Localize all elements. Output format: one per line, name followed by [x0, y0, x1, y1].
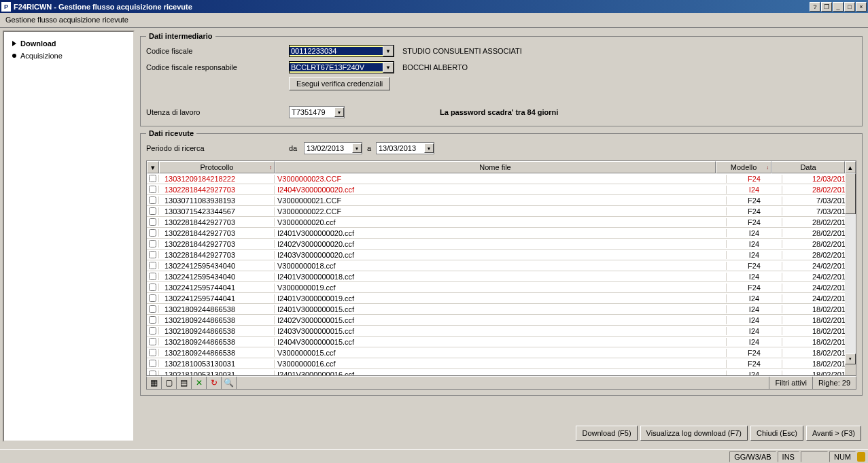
next-button[interactable]: Avanti > (F3) [806, 426, 861, 441]
cell-modello: F24 [727, 196, 782, 205]
table-row[interactable]: 13021810053130031I2401V3000000016.ccfI24… [147, 369, 856, 375]
table-row[interactable]: 13031209184218222V3000000023.CCFF2412/03… [147, 173, 856, 184]
cell-modello: I24 [727, 371, 782, 376]
sidebar-item-acquisizione[interactable]: Acquisizione [7, 50, 131, 62]
row-checkbox[interactable] [149, 196, 156, 204]
row-checkbox[interactable] [149, 327, 156, 335]
help-icon[interactable]: ? [810, 2, 820, 12]
input-date-from[interactable]: 13/02/2013 ▼ [304, 142, 362, 154]
table-row[interactable]: 13022412595744041V3000000019.ccfF2424/02… [147, 282, 856, 293]
table-row[interactable]: 13030715423344567V3000000022.CCFF247/03/… [147, 206, 856, 217]
row-checkbox[interactable] [149, 284, 156, 291]
fieldset-ricevute: Dati ricevute Periodo di ricerca da 13/0… [140, 129, 863, 396]
cell-modello: I24 [727, 305, 782, 313]
select-codice-fiscale[interactable]: 00112233034 ▼ [289, 45, 394, 57]
chevron-down-icon[interactable]: ▼ [383, 46, 394, 56]
barrel-icon [857, 452, 865, 462]
cell-protocollo: 13021809244866538 [159, 316, 275, 324]
verify-credentials-button[interactable]: Esegui verifica credenziali [289, 77, 390, 90]
table-row[interactable]: 13021809244866538V3000000015.ccfF2418/02… [147, 347, 856, 358]
col-nomefile[interactable]: Nome file [275, 161, 716, 173]
status-empty [801, 451, 828, 462]
row-checkbox[interactable] [149, 371, 156, 375]
row-checkbox[interactable] [149, 338, 156, 345]
chevron-down-icon[interactable]: ▼ [334, 107, 344, 117]
cell-nomefile: I2402V3000000015.ccf [275, 316, 727, 324]
chevron-down-icon[interactable]: ▼ [352, 143, 362, 153]
table-row[interactable]: 13021809244866538I2403V3000000015.ccfI24… [147, 326, 856, 337]
menu-bar: Gestione flusso acquisizione ricevute [0, 13, 868, 28]
col-data[interactable]: Data [771, 161, 845, 173]
row-checkbox[interactable] [149, 186, 156, 193]
row-checkbox[interactable] [149, 229, 156, 237]
minimize-icon[interactable]: _ [833, 2, 844, 12]
cell-modello: I24 [727, 327, 782, 335]
table-row[interactable]: 13022412595744041I2401V3000000019.ccfI24… [147, 293, 856, 304]
table-row[interactable]: 13022818442927703I2401V3000000020.ccfI24… [147, 228, 856, 239]
tool-deselect-icon[interactable]: ▢ [162, 377, 177, 389]
input-date-to[interactable]: 13/03/2013 ▼ [376, 142, 434, 154]
chevron-down-icon[interactable]: ▼ [383, 62, 394, 73]
cell-modello: I24 [727, 294, 782, 303]
row-checkbox[interactable] [149, 218, 156, 226]
label-da: da [289, 144, 304, 152]
table-row[interactable]: 13022818442927703V3000000020.ccfF2428/02… [147, 217, 856, 228]
col-protocollo[interactable]: Protocollo ↕ [159, 161, 275, 173]
table-row[interactable]: 13030711083938193V3000000021.CCFF247/03/… [147, 195, 856, 206]
close-icon[interactable]: × [856, 2, 867, 12]
tool-select-all-icon[interactable]: ▦ [147, 377, 162, 389]
cell-modello: I24 [727, 316, 782, 324]
table-row[interactable]: 13022412595434040I2401V3000000018.ccfI24… [147, 271, 856, 282]
table-row[interactable]: 13022818442927703I2404V3000000020.ccfI24… [147, 184, 856, 195]
row-checkbox[interactable] [149, 294, 156, 302]
table-row[interactable]: 13021809244866538I2404V3000000015.ccfI24… [147, 337, 856, 347]
table-row[interactable]: 13022818442927703I2402V3000000020.ccfI24… [147, 239, 856, 250]
sidebar-item-download[interactable]: Download [7, 37, 131, 50]
sidebar-item-label: Acquisizione [20, 52, 63, 60]
cell-protocollo: 13021809244866538 [159, 305, 275, 313]
row-checkbox[interactable] [149, 305, 156, 313]
fieldset-intermediario: Dati intermediario Codice fiscale 001122… [140, 32, 863, 126]
cell-nomefile: V3000000021.CCF [275, 196, 727, 205]
scroll-up-icon[interactable]: ▴ [845, 161, 856, 173]
col-checkbox[interactable]: ▾ [147, 161, 159, 173]
row-checkbox[interactable] [149, 273, 156, 280]
row-checkbox[interactable] [149, 262, 156, 269]
vertical-scrollbar[interactable]: ▾ [845, 173, 856, 375]
cell-protocollo: 13022818442927703 [159, 218, 275, 226]
download-button[interactable]: Download (F5) [576, 426, 637, 441]
tool-refresh-icon[interactable]: ↻ [207, 377, 222, 389]
tool-search-icon[interactable]: 🔍 [222, 377, 237, 389]
row-checkbox[interactable] [149, 175, 156, 182]
chevron-down-icon[interactable]: ▼ [424, 143, 434, 153]
close-button[interactable]: Chiudi (Esc) [750, 426, 803, 441]
table-row[interactable]: 13021809244866538I2401V3000000015.ccfI24… [147, 304, 856, 315]
window-title: F24RICWN - Gestione flusso acquisizione … [14, 3, 810, 11]
label-utenza: Utenza di lavoro [146, 108, 289, 116]
filter-status[interactable]: Filtri attivi [769, 377, 812, 389]
scroll-thumb[interactable] [845, 173, 856, 214]
row-checkbox[interactable] [149, 207, 156, 215]
cell-modello: F24 [727, 175, 782, 183]
input-utenza[interactable]: T7351479 ▼ [289, 106, 345, 118]
cell-nomefile: I2401V3000000015.ccf [275, 305, 727, 313]
row-checkbox[interactable] [149, 240, 156, 247]
grid-toolbar: ▦ ▢ ▤ ✕ ↻ 🔍 Filtri attivi Righe: 29 [146, 376, 856, 390]
row-checkbox[interactable] [149, 316, 156, 324]
tool-grid-icon[interactable]: ▤ [177, 377, 192, 389]
table-row[interactable]: 13021810053130031V3000000016.ccfF2418/02… [147, 358, 856, 369]
table-row[interactable]: 13022818442927703I2403V3000000020.ccfI24… [147, 250, 856, 260]
row-checkbox[interactable] [149, 360, 156, 367]
row-checkbox[interactable] [149, 251, 156, 258]
cell-nomefile: V3000000016.ccf [275, 360, 727, 368]
maximize-icon[interactable]: □ [844, 2, 855, 12]
tool-export-excel-icon[interactable]: ✕ [192, 377, 207, 389]
window-icon[interactable]: ❐ [821, 2, 832, 12]
table-row[interactable]: 13021809244866538I2402V3000000015.ccfI24… [147, 315, 856, 326]
table-row[interactable]: 13022412595434040V3000000018.ccfF2424/02… [147, 260, 856, 271]
viewlog-button[interactable]: Visualizza log download (F7) [640, 426, 748, 441]
col-modello[interactable]: Modello ↓ [716, 161, 771, 173]
row-checkbox[interactable] [149, 349, 156, 356]
select-cf-responsabile[interactable]: BCCLRT67E13F240V ▼ [289, 61, 394, 73]
scroll-down-icon[interactable]: ▾ [845, 354, 856, 364]
